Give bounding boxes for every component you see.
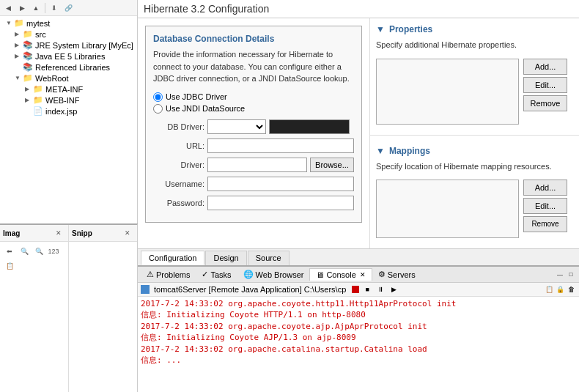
tree-label: META-INF [45, 85, 83, 94]
tree-item-webroot[interactable]: ▼ 📁 WebRoot [0, 73, 137, 84]
properties-desc: Specify additional Hibernate properties. [376, 39, 573, 51]
expand-arrow: ▼ [6, 20, 12, 26]
properties-remove-button[interactable]: Remove [523, 95, 567, 111]
img-btn1[interactable]: ⬅ [3, 245, 16, 258]
bottom-left-panels: Imag ✕ ⬅ 🔍 🔍 123 📋 Snipp ✕ [0, 223, 138, 392]
main-header: Hibernate 3.2 Configuration [138, 0, 579, 18]
console-tab-problems[interactable]: ⚠ Problems [141, 268, 196, 281]
log-line-5: 信息: ... [141, 355, 576, 366]
tree-item-metainf[interactable]: ▶ 📁 META-INF [0, 84, 137, 95]
driver-input[interactable] [207, 158, 307, 172]
db-connection-panel: Database Connection Details Provide the … [138, 18, 370, 248]
img-btn2[interactable]: 🔍 [18, 245, 31, 258]
radio-jndi-item: Use JNDI DataSource [153, 104, 354, 114]
up-button[interactable]: ▲ [29, 1, 43, 15]
tasks-label: Tasks [210, 270, 231, 279]
tab-source[interactable]: Source [248, 251, 290, 265]
console-log: 2017-7-2 14:33:02 org.apache.coyote.http… [138, 297, 579, 392]
collapse-icon: ▼ [376, 146, 385, 156]
username-input[interactable] [207, 177, 354, 191]
server-resume-button[interactable]: ▶ [388, 284, 399, 295]
console-action-buttons: 📋 🔒 🗑 [544, 284, 576, 295]
image-panel-header: Imag ✕ [0, 225, 68, 242]
console-toolbar: — □ [552, 270, 576, 280]
radio-group: Use JDBC Driver Use JNDI DataSource [153, 92, 354, 114]
library-icon: 📚 [23, 62, 33, 72]
snippet-panel: Snipp ✕ [69, 225, 137, 392]
tree-item-mytest[interactable]: ▼ 📁 mytest [0, 18, 137, 29]
server-stop-button[interactable]: ■ [362, 284, 372, 295]
properties-header: ▼ Properties [376, 24, 573, 34]
editor-area: Database Connection Details Provide the … [138, 18, 579, 265]
expand-arrow: ▼ [15, 75, 21, 81]
console-close-icon[interactable]: ✕ [360, 271, 366, 278]
log-line-3: 信息: Initializing Coyote AJP/1.3 on ajp-8… [141, 332, 576, 343]
properties-section: ▼ Properties Specify additional Hibernat… [370, 18, 579, 135]
snippet-panel-content [69, 242, 137, 392]
mappings-edit-button[interactable]: Edit... [523, 198, 567, 214]
tree-item-indexjsp[interactable]: 📄 index.jsp [0, 106, 137, 117]
driver-label: Driver: [153, 160, 204, 169]
snippet-panel-title: Snipp [72, 229, 92, 237]
folder-icon: 📁 [33, 84, 43, 94]
snippet-panel-header: Snipp ✕ [69, 225, 137, 242]
tree-item-src[interactable]: ▶ 📁 src [0, 29, 137, 40]
scroll-lock-btn[interactable]: 🔒 [555, 284, 565, 295]
browse-button[interactable]: Browse... [310, 158, 354, 172]
mappings-remove-button[interactable]: Remove [523, 216, 567, 232]
minimize-button[interactable]: — [555, 270, 565, 280]
tree-item-jre[interactable]: ▶ 📚 JRE System Library [MyEc] [0, 40, 137, 51]
maximize-button[interactable]: □ [566, 270, 576, 280]
password-row: Password: [153, 196, 354, 210]
tab-configuration[interactable]: Configuration [141, 251, 204, 265]
mappings-buttons: Add... Edit... Remove [523, 180, 567, 243]
tree-item-webinf[interactable]: ▶ 📁 WEB-INF [0, 95, 137, 106]
section-divider [370, 135, 579, 136]
db-conn-header: Database Connection Details [153, 34, 354, 44]
copy-btn[interactable]: 📋 [544, 284, 554, 295]
back-button[interactable]: ◀ [1, 1, 15, 15]
radio-jndi-label: Use JNDI DataSource [166, 104, 245, 113]
properties-list-area [376, 59, 519, 125]
radio-jdbc[interactable] [153, 92, 163, 102]
console-label: Console [326, 270, 355, 279]
img-btn3[interactable]: 🔍 [32, 245, 45, 258]
folder-icon: 📁 [33, 95, 43, 105]
console-tab-webbrowser[interactable]: 🌐 Web Browser [237, 268, 310, 281]
collapse-button[interactable]: ⬇ [48, 1, 61, 15]
tree-item-reflibs[interactable]: 📚 Referenced Libraries [0, 62, 137, 73]
url-label: URL: [153, 141, 204, 150]
img-btn5[interactable]: 📋 [3, 259, 16, 273]
servers-label: Servers [388, 270, 416, 279]
mappings-add-button[interactable]: Add... [523, 180, 567, 196]
url-input[interactable] [207, 138, 354, 153]
folder-icon: 📁 [23, 29, 33, 39]
console-tab-tasks[interactable]: ✓ Tasks [196, 268, 237, 281]
panel-close-btn[interactable]: ✕ [121, 226, 134, 240]
server-suspend-button[interactable]: ⏸ [375, 284, 386, 295]
library-icon: 📚 [23, 51, 33, 61]
db-driver-select[interactable] [207, 119, 266, 134]
image-panel: Imag ✕ ⬅ 🔍 🔍 123 📋 [0, 225, 69, 392]
username-label: Username: [153, 180, 204, 188]
image-panel-content: ⬅ 🔍 🔍 123 📋 [0, 242, 68, 392]
editor-content: Database Connection Details Provide the … [138, 18, 579, 248]
tree-label: src [35, 30, 46, 39]
tab-design[interactable]: Design [205, 251, 246, 265]
console-tab-console[interactable]: 🖥 Console ✕ [309, 268, 372, 281]
main-area: Hibernate 3.2 Configuration Database Con… [138, 0, 579, 392]
panel-close-btn[interactable]: ✕ [52, 226, 65, 240]
log-line-4: 2017-7-2 14:33:02 org.apache.catalina.st… [141, 344, 576, 355]
forward-button[interactable]: ▶ [15, 1, 29, 15]
img-btn4[interactable]: 123 [47, 245, 60, 258]
link-button[interactable]: 🔗 [62, 1, 75, 15]
properties-add-button[interactable]: Add... [523, 59, 567, 75]
tree-item-javaee[interactable]: ▶ 📚 Java EE 5 Libraries [0, 51, 137, 62]
radio-jndi[interactable] [153, 104, 163, 114]
sidebar-toolbar: ◀ ▶ ▲ ⬇ 🔗 [0, 0, 137, 16]
password-input[interactable] [207, 196, 354, 210]
console-tab-servers[interactable]: ⚙ Servers [372, 268, 421, 281]
log-line-1: 信息: Initializing Coyote HTTP/1.1 on http… [141, 309, 576, 320]
properties-edit-button[interactable]: Edit... [523, 77, 567, 93]
clear-btn[interactable]: 🗑 [566, 284, 576, 295]
